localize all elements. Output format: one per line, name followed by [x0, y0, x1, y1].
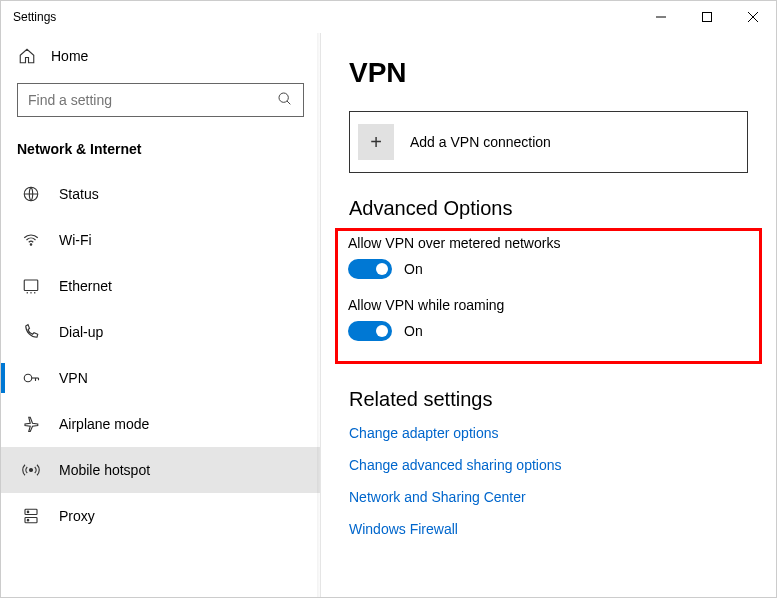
toggle-metered[interactable]: [348, 259, 392, 279]
link-adapter-options[interactable]: Change adapter options: [349, 425, 748, 441]
ethernet-icon: [21, 277, 41, 295]
link-windows-firewall[interactable]: Windows Firewall: [349, 521, 748, 537]
plus-icon: +: [358, 124, 394, 160]
minimize-button[interactable]: [638, 1, 684, 33]
toggle-metered-state: On: [404, 261, 423, 277]
vpn-icon: [21, 369, 41, 387]
sidebar-item-airplane[interactable]: Airplane mode: [1, 401, 320, 447]
dialup-icon: [21, 323, 41, 341]
home-icon: [17, 47, 37, 65]
search-wrap: [17, 83, 304, 117]
option-metered-label: Allow VPN over metered networks: [348, 235, 749, 251]
highlighted-region: Allow VPN over metered networks On Allow…: [335, 228, 762, 364]
sidebar-item-label: Wi-Fi: [59, 232, 92, 248]
sidebar-item-label: Dial-up: [59, 324, 103, 340]
window-controls: [638, 1, 776, 33]
svg-point-4: [279, 93, 288, 102]
related-settings-heading: Related settings: [349, 388, 748, 411]
svg-rect-1: [703, 13, 712, 22]
toggle-knob: [376, 325, 388, 337]
related-links: Change adapter options Change advanced s…: [349, 425, 748, 537]
maximize-button[interactable]: [684, 1, 730, 33]
search-input[interactable]: [28, 92, 277, 108]
svg-point-19: [27, 511, 29, 513]
sidebar-item-wifi[interactable]: Wi-Fi: [1, 217, 320, 263]
sidebar-item-label: Ethernet: [59, 278, 112, 294]
sidebar-home[interactable]: Home: [1, 37, 320, 75]
sidebar: Home Network & Internet Status: [1, 33, 321, 597]
search-icon: [277, 91, 293, 110]
sidebar-item-ethernet[interactable]: Ethernet: [1, 263, 320, 309]
hotspot-icon: [21, 461, 41, 479]
sidebar-item-label: Status: [59, 186, 99, 202]
svg-line-5: [287, 101, 290, 104]
window-title: Settings: [13, 10, 638, 24]
svg-point-12: [24, 374, 32, 382]
toggle-roaming-row: On: [348, 321, 749, 341]
sidebar-home-label: Home: [51, 48, 88, 64]
toggle-roaming[interactable]: [348, 321, 392, 341]
link-network-center[interactable]: Network and Sharing Center: [349, 489, 748, 505]
svg-rect-8: [24, 280, 38, 291]
sidebar-item-status[interactable]: Status: [1, 171, 320, 217]
add-vpn-button[interactable]: + Add a VPN connection: [349, 111, 748, 173]
search-box[interactable]: [17, 83, 304, 117]
toggle-knob: [376, 263, 388, 275]
sidebar-item-label: VPN: [59, 370, 88, 386]
window-body: Home Network & Internet Status: [1, 33, 776, 597]
sidebar-item-proxy[interactable]: Proxy: [1, 493, 320, 539]
sidebar-item-label: Mobile hotspot: [59, 462, 150, 478]
sidebar-category: Network & Internet: [1, 133, 320, 171]
main-content: VPN + Add a VPN connection Advanced Opti…: [321, 33, 776, 597]
add-vpn-label: Add a VPN connection: [410, 134, 551, 150]
sidebar-item-label: Airplane mode: [59, 416, 149, 432]
toggle-metered-row: On: [348, 259, 749, 279]
sidebar-item-dialup[interactable]: Dial-up: [1, 309, 320, 355]
advanced-options-heading: Advanced Options: [349, 197, 748, 220]
close-button[interactable]: [730, 1, 776, 33]
settings-window: Settings Home Netwo: [0, 0, 777, 598]
page-title: VPN: [349, 57, 748, 89]
titlebar: Settings: [1, 1, 776, 33]
option-roaming-label: Allow VPN while roaming: [348, 297, 749, 313]
svg-point-16: [30, 469, 33, 472]
toggle-roaming-state: On: [404, 323, 423, 339]
svg-point-20: [27, 519, 29, 521]
svg-point-7: [30, 244, 32, 246]
nav-list: Status Wi-Fi Ethernet: [1, 171, 320, 539]
wifi-icon: [21, 231, 41, 249]
sidebar-item-hotspot[interactable]: Mobile hotspot: [1, 447, 320, 493]
link-sharing-options[interactable]: Change advanced sharing options: [349, 457, 748, 473]
proxy-icon: [21, 507, 41, 525]
airplane-icon: [21, 415, 41, 433]
status-icon: [21, 185, 41, 203]
sidebar-item-vpn[interactable]: VPN: [1, 355, 320, 401]
sidebar-item-label: Proxy: [59, 508, 95, 524]
